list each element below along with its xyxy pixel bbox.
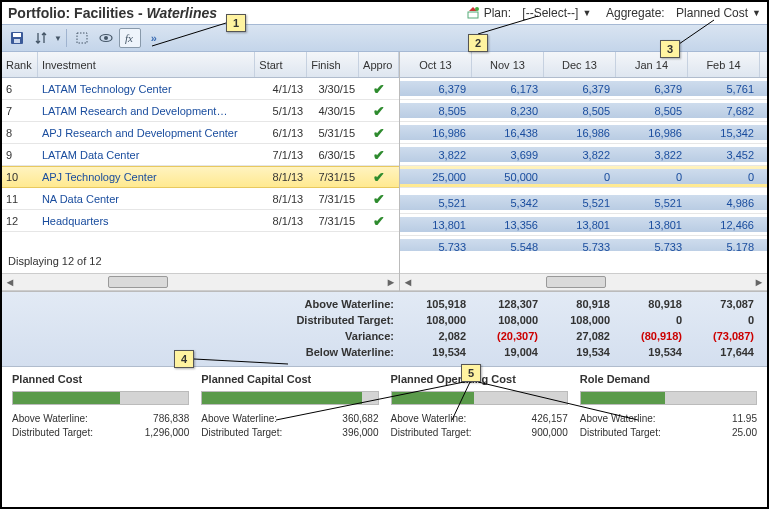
col-month[interactable]: Oct 13 [400, 52, 472, 77]
table-row[interactable]: 11NA Data Center8/1/137/31/15✔ [2, 188, 399, 210]
table-row: 3,8223,6993,8223,8223,452 [400, 144, 767, 166]
svg-rect-7 [468, 12, 478, 18]
svg-rect-10 [13, 33, 21, 37]
summary-value: 19,534 [544, 346, 616, 358]
table-row: 5,5215,3425,5215,5214,986 [400, 192, 767, 214]
col-start[interactable]: Start [255, 52, 307, 77]
cell-investment[interactable]: APJ Technology Center [38, 171, 255, 183]
summary-value: 108,000 [400, 314, 472, 326]
cell-investment[interactable]: Headquarters [38, 215, 255, 227]
table-row: 13,80113,35613,80113,80112,466 [400, 214, 767, 236]
chart-title: Planned Capital Cost [201, 373, 378, 385]
aggregate-dropdown[interactable]: Aggregate: Planned Cost ▼ [606, 6, 761, 20]
chart-above: Above Waterline:786,838 [12, 411, 189, 425]
plan-dropdown[interactable]: Plan: [--Select--] ▼ [484, 6, 592, 20]
cell-finish: 5/31/15 [307, 127, 359, 139]
cell-approved: ✔ [359, 103, 399, 119]
table-row: 16,98616,43816,98616,98615,342 [400, 122, 767, 144]
cell-rank: 9 [2, 149, 38, 161]
eye-button[interactable] [95, 28, 117, 48]
cell-finish: 6/30/15 [307, 149, 359, 161]
expand-button[interactable]: » [143, 28, 165, 48]
cell-finish: 7/31/15 [307, 193, 359, 205]
col-approved[interactable]: Appro [359, 52, 399, 77]
toolbar: ▼ fx » [2, 24, 767, 52]
col-month[interactable]: Feb 14 [688, 52, 760, 77]
grid-header-right: Oct 13Nov 13Dec 13Jan 14Feb 14 [400, 52, 767, 78]
cell-finish: 7/31/15 [307, 215, 359, 227]
sort-button[interactable] [30, 28, 52, 48]
metric-chart: Planned Operating CostAbove Waterline:42… [385, 373, 574, 439]
summary-label: Variance: [8, 330, 400, 342]
cell-rank: 10 [2, 171, 38, 183]
cell-investment[interactable]: LATAM Technology Center [38, 83, 255, 95]
metric-chart: Role DemandAbove Waterline:11.95Distribu… [574, 373, 763, 439]
cell-approved: ✔ [359, 147, 399, 163]
annotation-3: 3 [660, 40, 680, 58]
cell-rank: 12 [2, 215, 38, 227]
cell-approved: ✔ [359, 191, 399, 207]
summary-value: (73,087) [688, 330, 760, 342]
annotation-5: 5 [461, 364, 481, 382]
table-row[interactable]: 12Headquarters8/1/137/31/15✔ [2, 210, 399, 232]
chart-target: Distributed Target:25.00 [580, 425, 757, 439]
svg-rect-12 [77, 33, 87, 43]
col-month[interactable]: Nov 13 [472, 52, 544, 77]
table-row: 8,5058,2308,5058,5057,682 [400, 100, 767, 122]
annotation-2: 2 [468, 34, 488, 52]
table-row: 25,00050,000000 [400, 166, 767, 188]
summary-value: 0 [688, 314, 760, 326]
table-row: 5,7335,5485,7335,7335,178 [400, 236, 767, 251]
svg-point-14 [104, 36, 108, 40]
cell-investment[interactable]: LATAM Data Center [38, 149, 255, 161]
cell-investment[interactable]: LATAM Research and Development… [38, 105, 255, 117]
chevron-down-icon: ▼ [582, 8, 591, 18]
page-title: Portfolio: Facilities - Waterlines [8, 5, 217, 21]
chart-bar [201, 391, 378, 405]
page-header: Portfolio: Facilities - Waterlines Plan:… [2, 2, 767, 24]
summary-value: 19,534 [400, 346, 472, 358]
chart-target: Distributed Target:900,000 [391, 425, 568, 439]
select-button[interactable] [71, 28, 93, 48]
cell-finish: 3/30/15 [307, 83, 359, 95]
formula-button[interactable]: fx [119, 28, 141, 48]
metric-chart: Planned Capital CostAbove Waterline:360,… [195, 373, 384, 439]
grid-header-left: Rank Investment Start Finish Appro [2, 52, 399, 78]
cell-start: 5/1/13 [255, 105, 307, 117]
summary-value: 80,918 [544, 298, 616, 310]
summary-value: 17,644 [688, 346, 760, 358]
table-row[interactable]: 6LATAM Technology Center4/1/133/30/15✔ [2, 78, 399, 100]
right-hscroll[interactable]: ◄ ► [400, 273, 767, 291]
cell-approved: ✔ [359, 169, 399, 185]
col-month[interactable]: Dec 13 [544, 52, 616, 77]
cell-start: 4/1/13 [255, 83, 307, 95]
cell-rank: 11 [2, 193, 38, 205]
table-row[interactable]: 7LATAM Research and Development…5/1/134/… [2, 100, 399, 122]
summary-value: 27,082 [544, 330, 616, 342]
chart-bar [391, 391, 568, 405]
table-row[interactable]: 8APJ Research and Development Center6/1/… [2, 122, 399, 144]
col-finish[interactable]: Finish [307, 52, 359, 77]
summary-value: 108,000 [472, 314, 544, 326]
chart-title: Role Demand [580, 373, 757, 385]
cell-investment[interactable]: NA Data Center [38, 193, 255, 205]
cell-approved: ✔ [359, 213, 399, 229]
left-hscroll[interactable]: ◄ ► [2, 273, 399, 291]
footer-charts: Planned CostAbove Waterline:786,838Distr… [2, 367, 767, 445]
svg-point-8 [475, 7, 479, 11]
save-button[interactable] [6, 28, 28, 48]
cell-investment[interactable]: APJ Research and Development Center [38, 127, 255, 139]
table-row[interactable]: 10APJ Technology Center8/1/137/31/15✔ [2, 166, 399, 188]
col-investment[interactable]: Investment [38, 52, 255, 77]
chevron-down-icon[interactable]: ▼ [54, 34, 62, 43]
table-row [2, 232, 399, 251]
cell-start: 8/1/13 [255, 193, 307, 205]
summary-value: (80,918) [616, 330, 688, 342]
col-rank[interactable]: Rank [2, 52, 38, 77]
cell-finish: 4/30/15 [307, 105, 359, 117]
table-row[interactable]: 9LATAM Data Center7/1/136/30/15✔ [2, 144, 399, 166]
cell-start: 8/1/13 [255, 215, 307, 227]
summary-value: 2,082 [400, 330, 472, 342]
chart-target: Distributed Target:396,000 [201, 425, 378, 439]
cell-start: 7/1/13 [255, 149, 307, 161]
